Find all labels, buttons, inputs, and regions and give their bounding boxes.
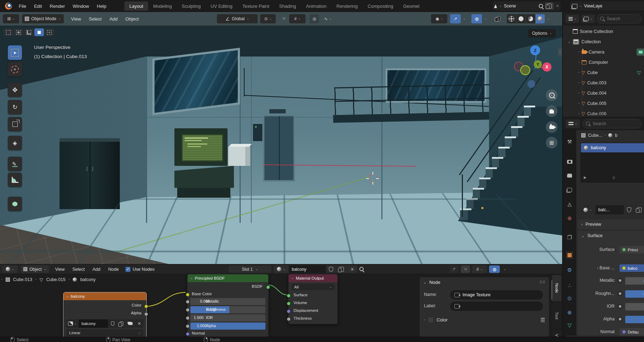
scene-name[interactable]: Scene xyxy=(504,4,537,9)
crumb-cube015[interactable]: Cube.015 xyxy=(46,277,66,282)
n-panel-color-row[interactable]: ›Color xyxy=(424,317,545,323)
menu-help[interactable]: Help xyxy=(93,0,110,12)
shader-overlays-dropdown[interactable]: ⌄ xyxy=(502,265,508,273)
socket-volume-input[interactable] xyxy=(287,302,291,305)
blender-logo[interactable] xyxy=(5,2,12,10)
shader-pin-icon[interactable] xyxy=(359,267,364,271)
tab-object[interactable] xyxy=(566,251,573,259)
options-button[interactable]: Options⌄ xyxy=(528,29,556,38)
node-name-input[interactable]: Image Texture xyxy=(450,290,543,299)
pivot-dropdown[interactable]: ⊙⌄ xyxy=(260,14,276,23)
panel-preview[interactable]: › Preview xyxy=(578,219,644,229)
n-panel-tab-node[interactable]: Node xyxy=(552,275,561,301)
gizmo-z-neg[interactable] xyxy=(527,80,535,88)
tab-tool[interactable]: ⚒ xyxy=(566,138,573,146)
scene-browse-button[interactable]: ⌄ xyxy=(494,4,502,8)
socket-surface-input[interactable] xyxy=(287,294,291,298)
metallic-socket[interactable] xyxy=(617,278,623,283)
tool-transform[interactable]: ◈ xyxy=(8,136,22,150)
proportional-toggle[interactable]: ◎ xyxy=(310,14,319,23)
use-nodes-checkbox[interactable]: ✓ xyxy=(125,267,130,272)
tool-add-cube[interactable] xyxy=(8,197,22,211)
image-browse-button[interactable]: ⌄ xyxy=(66,319,78,328)
camera-view-button[interactable] xyxy=(546,121,558,133)
interpolation-dropdown[interactable]: Linear⌄ xyxy=(66,329,144,336)
shading-dropdown[interactable]: ⌄ xyxy=(545,14,551,23)
panel-surface-header[interactable]: ⌄ Surface xyxy=(578,231,644,241)
image-fake-user[interactable] xyxy=(108,319,117,328)
shader-fake-user-button[interactable] xyxy=(326,265,336,273)
shader-unlink-button[interactable]: ✕ xyxy=(347,265,357,273)
tool-move[interactable]: ✥ xyxy=(8,83,22,97)
tab-view-layer[interactable] xyxy=(566,186,573,194)
outliner-row-scene-collection[interactable]: Scene Collection xyxy=(563,26,644,37)
tab-object-data[interactable]: ▽ xyxy=(566,321,573,329)
menu-render[interactable]: Render xyxy=(46,0,69,12)
select-mode-invert[interactable] xyxy=(34,28,44,36)
tool-cursor[interactable]: + xyxy=(8,62,22,77)
visibility-dropdown[interactable]: ◉⌄ xyxy=(431,14,447,23)
tab-collection[interactable]: ❒ xyxy=(566,234,573,241)
shading-rendered-button[interactable] xyxy=(536,14,545,23)
outliner-row-cube[interactable]: › ▽ Cube ▽ xyxy=(563,67,644,78)
outliner-row-cube006[interactable]: ›▽Cube.006 xyxy=(563,108,644,117)
shader-snap-toggle[interactable]: ∩ xyxy=(461,265,470,273)
scene-copy-button[interactable] xyxy=(545,2,554,10)
tab-modeling[interactable]: Modeling xyxy=(148,1,177,11)
principled-node-header[interactable]: ⌄Principled BSDF xyxy=(187,274,268,282)
tab-particles[interactable]: ∴ xyxy=(566,282,573,290)
node-image-texture[interactable]: ⌄balcony Color Alpha ⌄ balcony ✕ Linear⌄ xyxy=(63,292,147,337)
tab-sculpting[interactable]: Sculpting xyxy=(177,1,206,11)
n-panel-header[interactable]: ⌄Node ⠿⠿ xyxy=(420,277,549,287)
socket-ior-input[interactable] xyxy=(186,316,190,320)
expand-icon[interactable]: › xyxy=(578,112,579,115)
shader-copy-button[interactable] xyxy=(336,265,347,273)
outliner-search-input[interactable] xyxy=(606,16,638,22)
tool-rotate[interactable]: ↻ xyxy=(8,100,22,114)
outliner-row-camera[interactable]: › Camera xyxy=(563,47,644,57)
tool-scale[interactable] xyxy=(8,117,22,131)
socket-bsdf-output[interactable] xyxy=(266,285,270,289)
outliner-row-collection[interactable]: ⌄ Collection xyxy=(563,37,644,47)
tab-shading[interactable]: Shading xyxy=(274,1,301,11)
node-label-input[interactable] xyxy=(450,302,543,311)
shader-menu-add[interactable]: Add xyxy=(89,264,104,274)
outliner-editor-type-button[interactable]: ⌄ xyxy=(566,15,579,23)
editor-type-button[interactable]: ⊞⌄ xyxy=(3,14,19,23)
shader-type-dropdown[interactable]: Object⌄ xyxy=(21,265,49,273)
tab-uv-editing[interactable]: UV Editing xyxy=(206,1,237,11)
mode-dropdown[interactable]: Object Mode⌄ xyxy=(22,14,64,23)
tab-animation[interactable]: Animation xyxy=(301,1,331,11)
properties-search[interactable] xyxy=(583,119,642,128)
gizmo-z-axis[interactable]: Z xyxy=(530,45,540,55)
fake-user-button[interactable] xyxy=(625,205,634,214)
output-target-dropdown[interactable]: All⌄ xyxy=(291,284,335,290)
tab-render[interactable] xyxy=(566,158,573,166)
socket-alpha-input[interactable] xyxy=(186,324,190,328)
socket-base-color-input[interactable] xyxy=(186,293,190,297)
select-mode-subtract[interactable] xyxy=(24,28,34,36)
socket-color-output[interactable] xyxy=(144,304,148,308)
tab-physics[interactable]: ⊙ xyxy=(566,295,573,302)
go-to-parent-button[interactable]: ↱ xyxy=(449,265,459,273)
expand-icon[interactable]: › xyxy=(578,51,579,54)
metallic-slider[interactable]: 0.0 xyxy=(625,277,644,285)
node-principled-bsdf[interactable]: ⌄Principled BSDF BSDF Base Color Metalli… xyxy=(187,274,269,337)
tab-texture-paint[interactable]: Texture Paint xyxy=(237,1,274,11)
roughness-node-slider[interactable]: Roughness0.500 xyxy=(190,306,265,313)
vp-menu-add[interactable]: Add xyxy=(106,12,122,26)
color-swatch[interactable] xyxy=(428,317,434,323)
tool-annotate[interactable]: ✎ xyxy=(8,157,22,171)
pan-button[interactable] xyxy=(546,105,558,117)
select-mode-intersect[interactable] xyxy=(45,28,54,36)
expand-icon[interactable]: › xyxy=(578,61,579,64)
shader-snap-dropdown[interactable]: #⌄ xyxy=(472,265,487,273)
list-resize-handle[interactable]: ⠿ xyxy=(612,176,615,180)
expand-icon[interactable]: › xyxy=(578,102,579,105)
gizmo-x-axis[interactable]: X xyxy=(542,62,551,72)
alpha-socket[interactable] xyxy=(617,316,623,322)
material-name-field[interactable]: balc... xyxy=(595,205,624,214)
tab-compositing[interactable]: Compositing xyxy=(363,1,398,11)
socket-thickness-input[interactable] xyxy=(287,317,291,321)
camera-active-icon[interactable] xyxy=(637,49,644,56)
